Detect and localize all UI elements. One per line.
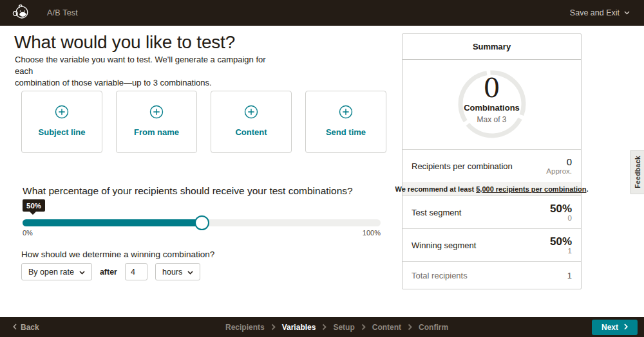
plus-circle-icon — [339, 105, 353, 122]
variable-cards-row: Subject line From name Content Send time — [21, 91, 386, 153]
after-label: after — [100, 268, 117, 277]
top-bar: A/B Test Save and Exit — [0, 0, 644, 26]
recommendation-banner: We recommend at least 5,000 recipients p… — [402, 182, 581, 196]
chevron-down-icon — [79, 268, 85, 277]
ab-test-screen: A/B Test Save and Exit What would you li… — [0, 0, 644, 337]
recipients-row-value: 0 — [546, 157, 572, 167]
winner-controls: By open rate after 4 hours — [21, 263, 200, 280]
recipients-per-combination-row: Recipients per combination 0 Approx. — [402, 149, 581, 182]
recommendation-link[interactable]: 5,000 recipients per combination — [476, 185, 586, 193]
chevron-right-icon — [408, 323, 412, 331]
slider-max-label: 100% — [363, 229, 381, 237]
next-button[interactable]: Next — [592, 320, 638, 335]
total-recipients-row: Total recipients 1 — [402, 261, 581, 289]
step-breadcrumb: Recipients Variables Setup Content Confi… — [225, 317, 448, 337]
card-label: Send time — [326, 127, 366, 137]
next-label: Next — [601, 323, 618, 332]
card-content[interactable]: Content — [211, 91, 292, 153]
total-recipients-value: 1 — [567, 271, 572, 280]
back-label: Back — [21, 323, 39, 332]
slider-minmax-labels: 0% 100% — [23, 229, 381, 237]
summary-title: Summary — [402, 34, 581, 60]
metric-select[interactable]: By open rate — [21, 263, 92, 280]
save-and-exit-label: Save and Exit — [570, 8, 620, 17]
chevron-right-icon — [271, 323, 276, 331]
recipients-row-label: Recipients per combination — [412, 161, 513, 171]
test-segment-row: Test segment 50% 0 — [402, 196, 581, 228]
winner-question: How should we determine a winning combin… — [21, 250, 214, 259]
feedback-tab-label: Feedback — [634, 156, 641, 188]
metric-select-value: By open rate — [28, 268, 74, 277]
card-subject-line[interactable]: Subject line — [21, 91, 102, 153]
unit-select[interactable]: hours — [155, 263, 200, 280]
plus-circle-icon — [149, 105, 164, 122]
winning-segment-count: 1 — [550, 247, 572, 255]
percentage-question: What percentage of your recipients shoul… — [23, 185, 353, 197]
plus-circle-icon — [244, 105, 258, 122]
test-segment-percent: 50% — [550, 203, 572, 214]
total-recipients-label: Total recipients — [412, 271, 468, 280]
slider-fill — [23, 219, 202, 226]
card-label: Subject line — [39, 127, 86, 137]
step-setup[interactable]: Setup — [333, 323, 354, 332]
chevron-right-icon — [624, 323, 628, 332]
feedback-tab[interactable]: Feedback — [630, 150, 644, 194]
recipients-row-approx: Approx. — [546, 167, 572, 176]
combinations-max: Max of 3 — [477, 115, 506, 124]
page-subtitle-line1: Choose the variable you want to test. We… — [15, 55, 266, 76]
slider-thumb[interactable] — [194, 215, 209, 230]
chevron-right-icon — [361, 323, 366, 331]
page-subtitle: Choose the variable you want to test. We… — [15, 54, 272, 89]
winning-segment-label: Winning segment — [412, 241, 476, 250]
card-label: From name — [134, 127, 179, 137]
card-label: Content — [235, 127, 267, 137]
winning-segment-percent: 50% — [550, 236, 572, 247]
card-from-name[interactable]: From name — [116, 91, 197, 153]
step-recipients[interactable]: Recipients — [225, 323, 265, 332]
test-segment-label: Test segment — [412, 208, 461, 217]
page-title: What would you like to test? — [14, 32, 235, 53]
chevron-left-icon — [13, 323, 17, 332]
chevron-down-icon — [187, 268, 193, 277]
step-confirm[interactable]: Confirm — [419, 323, 448, 332]
combinations-label: Combinations — [464, 103, 520, 113]
slider-value-badge: 50% — [23, 199, 45, 212]
test-segment-count: 0 — [550, 214, 572, 222]
chevron-down-icon — [624, 11, 630, 15]
recommendation-suffix: . — [586, 185, 588, 193]
bottom-bar: Back Recipients Variables Setup Content … — [0, 317, 644, 337]
recommendation-prefix: We recommend at least — [395, 185, 477, 193]
duration-input[interactable]: 4 — [125, 263, 147, 280]
save-and-exit-button[interactable]: Save and Exit — [570, 0, 630, 26]
combinations-dial: 0 Combinations Max of 3 — [402, 60, 581, 149]
page-subtitle-line2: combination of those variable—up to 3 co… — [15, 78, 212, 87]
combinations-count: 0 — [483, 74, 500, 102]
combinations-readout: 0 Combinations Max of 3 — [402, 74, 581, 124]
back-button[interactable]: Back — [13, 317, 39, 337]
step-content[interactable]: Content — [372, 323, 401, 332]
slider-min-label: 0% — [23, 229, 33, 237]
unit-select-value: hours — [162, 268, 182, 277]
mailchimp-logo-icon[interactable] — [12, 3, 31, 23]
test-percentage-slider: 50% 0% 100% — [23, 199, 381, 238]
campaign-type-title: A/B Test — [47, 0, 78, 26]
step-variables[interactable]: Variables — [282, 323, 316, 332]
plus-circle-icon — [55, 105, 69, 122]
summary-panel: Summary 0 Combinations Max of 3 Recipien… — [402, 33, 582, 289]
card-send-time[interactable]: Send time — [305, 91, 386, 153]
winning-segment-row: Winning segment 50% 1 — [402, 228, 581, 261]
chevron-right-icon — [322, 323, 327, 331]
